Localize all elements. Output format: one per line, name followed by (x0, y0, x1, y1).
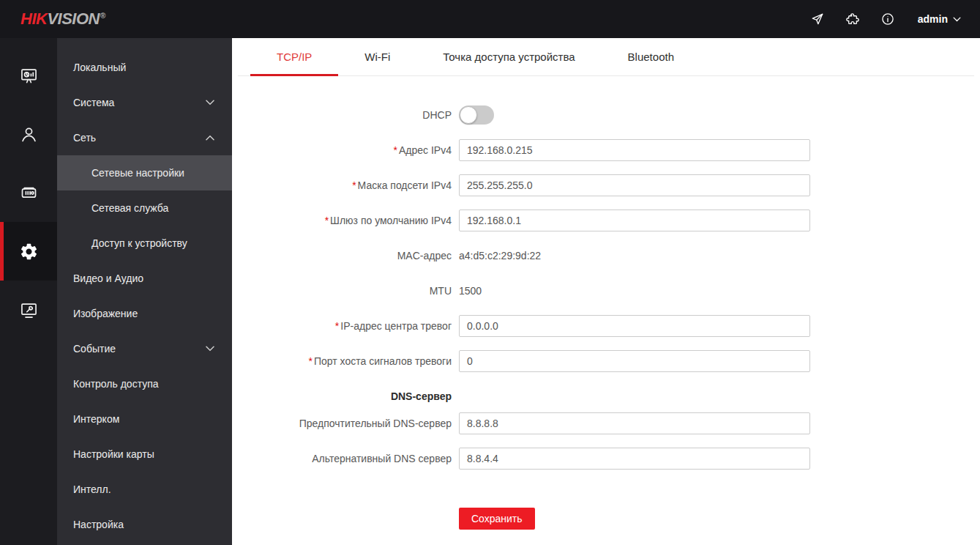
tcpip-form: DHCP *Адрес IPv4 *Маска подсети IPv4 *Шл… (232, 76, 980, 530)
sidebar-item-label: Интелл. (73, 483, 111, 495)
alarm-host-ip-label: *IP-адрес центра тревог (247, 320, 452, 332)
sidebar-item-label: Сетевая служба (91, 202, 168, 214)
dns-server-heading-row: DNS-сервер (247, 385, 980, 407)
maintenance-icon (19, 300, 39, 320)
save-row: Сохранить (247, 508, 980, 530)
access-terminal-icon (19, 183, 39, 203)
ipv4-address-row: *Адрес IPv4 (247, 139, 980, 161)
sidebar-item-label: Сеть (73, 132, 96, 144)
sidebar-item-local[interactable]: Локальный (57, 50, 232, 85)
rail-item-maintenance[interactable] (0, 281, 57, 339)
ipv4-gateway-label: *Шлюз по умолчанию IPv4 (247, 215, 452, 226)
sidebar-item-device-access[interactable]: Доступ к устройству (57, 226, 232, 261)
sidebar-item-label: Система (73, 97, 114, 108)
mtu-row: MTU 1500 (247, 280, 980, 302)
required-marker: * (335, 320, 339, 332)
sidebar-item-network-settings[interactable]: Сетевые настройки (57, 155, 232, 190)
required-marker: * (394, 144, 397, 156)
ipv4-mask-row: *Маска подсети IPv4 (247, 174, 980, 196)
required-marker: * (308, 355, 312, 367)
ipv4-mask-label: *Маска подсети IPv4 (247, 179, 452, 191)
sidebar-item-access-control[interactable]: Контроль доступа (57, 366, 232, 401)
sidebar-item-network[interactable]: Сеть (57, 120, 232, 155)
save-button[interactable]: Сохранить (459, 508, 535, 530)
topbar-actions: admin (809, 11, 961, 27)
mtu-value: 1500 (459, 285, 482, 297)
sidebar-item-label: Контроль доступа (73, 378, 159, 390)
sidebar-item-label: Сетевые настройки (91, 167, 184, 179)
logo-vision: VISION (47, 10, 100, 28)
info-icon[interactable] (880, 11, 896, 27)
username: admin (918, 13, 948, 25)
sidebar-item-video-audio[interactable]: Видео и Аудио (57, 261, 232, 296)
preferred-dns-label: Предпочтительный DNS-сервер (247, 418, 452, 429)
ipv4-gateway-input[interactable] (459, 210, 810, 231)
sidebar-item-label: Локальный (73, 62, 126, 73)
user-icon (19, 125, 39, 144)
logo-hik: HIK (20, 10, 47, 28)
sidebar-item-label: Интерком (73, 413, 119, 425)
sidebar-menu: Локальный Система Сеть Сетевые настройки… (57, 38, 232, 545)
sidebar-item-label: Доступ к устройству (91, 237, 187, 249)
ipv4-address-label: *Адрес IPv4 (247, 144, 452, 156)
sidebar-item-image[interactable]: Изображение (57, 296, 232, 331)
dhcp-toggle[interactable] (459, 105, 494, 125)
ipv4-address-input[interactable] (459, 139, 810, 161)
mac-address-row: MAC-адрес a4:d5:c2:29:9d:22 (247, 245, 980, 267)
alarm-host-port-label: *Порт хоста сигналов тревоги (247, 355, 452, 367)
tab-device-hotspot[interactable]: Точка доступа устройства (416, 38, 601, 75)
ipv4-mask-input[interactable] (459, 174, 810, 196)
rail-item-user[interactable] (0, 105, 57, 163)
ipv4-gateway-row: *Шлюз по умолчанию IPv4 (247, 210, 980, 231)
sidebar-item-label: Настройка (73, 519, 124, 530)
tab-bar: TCP/IP Wi-Fi Точка доступа устройства Bl… (238, 38, 974, 76)
alternate-dns-row: Альтернативный DNS сервер (247, 448, 980, 470)
main-content: TCP/IP Wi-Fi Точка доступа устройства Bl… (232, 38, 980, 545)
preferred-dns-row: Предпочтительный DNS-сервер (247, 412, 980, 434)
alarm-host-port-row: *Порт хоста сигналов тревоги (247, 350, 980, 372)
tab-wifi[interactable]: Wi-Fi (338, 38, 416, 75)
icon-rail (0, 38, 57, 545)
alarm-host-ip-row: *IP-адрес центра тревог (247, 315, 980, 337)
send-icon[interactable] (809, 11, 826, 27)
sidebar-item-card-settings[interactable]: Настройки карты (57, 437, 232, 472)
sidebar-item-settings[interactable]: Настройка (57, 507, 232, 542)
alarm-host-port-input[interactable] (459, 350, 810, 372)
sidebar-item-intelligent[interactable]: Интелл. (57, 472, 232, 507)
plugin-icon[interactable] (845, 11, 861, 27)
required-marker: * (352, 179, 356, 191)
sidebar-item-label: Настройки карты (73, 448, 154, 460)
tab-tcpip[interactable]: TCP/IP (250, 38, 338, 75)
sidebar-item-label: Изображение (73, 308, 138, 319)
logo-registered-mark: ® (100, 12, 105, 20)
preferred-dns-input[interactable] (459, 412, 810, 434)
rail-item-access-terminal[interactable] (0, 163, 57, 222)
user-menu[interactable]: admin (918, 13, 961, 25)
sidebar-item-system[interactable]: Система (57, 85, 232, 120)
sidebar-item-network-service[interactable]: Сетевая служба (57, 190, 232, 226)
hikvision-logo: HIKVISION® (20, 10, 105, 29)
alarm-host-ip-input[interactable] (459, 315, 810, 337)
topbar: HIKVISION® admin (0, 0, 980, 38)
chevron-down-icon (953, 17, 961, 22)
mac-address-label: MAC-адрес (247, 250, 452, 262)
required-marker: * (325, 215, 329, 226)
sidebar-item-label: Событие (73, 343, 116, 355)
chevron-down-icon (206, 100, 214, 105)
tab-bluetooth[interactable]: Bluetooth (602, 38, 700, 75)
sidebar-item-intercom[interactable]: Интерком (57, 401, 232, 437)
chevron-up-icon (206, 135, 214, 141)
alternate-dns-label: Альтернативный DNS сервер (247, 453, 452, 464)
dhcp-row: DHCP (247, 104, 980, 126)
gear-icon (19, 242, 39, 262)
dashboard-icon (19, 66, 39, 86)
chevron-down-icon (206, 346, 214, 352)
dhcp-label: DHCP (247, 109, 452, 121)
rail-item-dashboard[interactable] (0, 46, 57, 105)
mac-address-value: a4:d5:c2:29:9d:22 (459, 250, 541, 262)
mtu-label: MTU (247, 285, 452, 297)
sidebar-item-event[interactable]: Событие (57, 331, 232, 366)
alternate-dns-input[interactable] (459, 448, 810, 470)
sidebar-item-label: Видео и Аудио (73, 272, 143, 284)
rail-item-configuration[interactable] (0, 222, 57, 281)
